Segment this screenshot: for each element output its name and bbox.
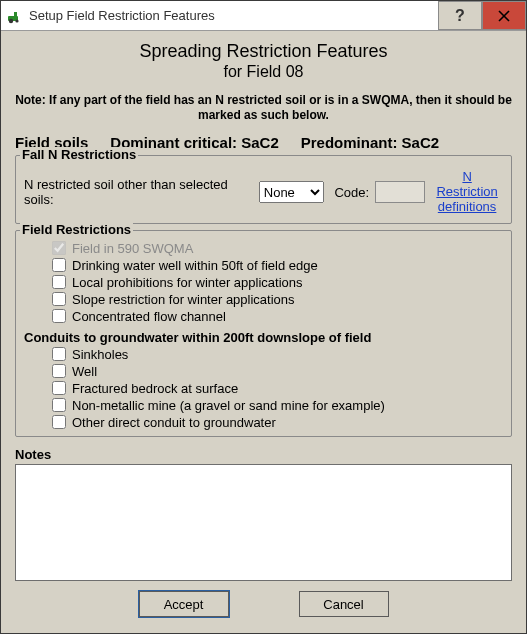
conduit-row: Well (52, 364, 503, 379)
conduit-label: Non-metallic mine (a gravel or sand mine… (72, 398, 385, 413)
accept-button[interactable]: Accept (139, 591, 229, 617)
field-restriction-checkbox (52, 241, 66, 255)
field-restriction-row: Field in 590 SWQMA (52, 241, 503, 256)
field-restrictions-group: Field Restrictions Field in 590 SWQMADri… (15, 230, 512, 437)
field-restriction-label: Concentrated flow channel (72, 309, 226, 324)
page-subtitle: for Field 08 (15, 63, 512, 81)
svg-rect-3 (14, 12, 17, 16)
note-text: Note: If any part of the field has an N … (15, 93, 512, 124)
window-title: Setup Field Restriction Features (29, 8, 438, 23)
field-restrictions-legend: Field Restrictions (20, 222, 133, 237)
conduits-subheading: Conduits to groundwater within 200ft dow… (24, 330, 503, 345)
field-restriction-checkbox[interactable] (52, 275, 66, 289)
conduit-row: Fractured bedrock at surface (52, 381, 503, 396)
field-restriction-checkbox[interactable] (52, 292, 66, 306)
conduit-checkbox[interactable] (52, 364, 66, 378)
conduit-label: Well (72, 364, 97, 379)
conduit-checkbox[interactable] (52, 415, 66, 429)
field-restriction-label: Slope restriction for winter application… (72, 292, 295, 307)
code-input (375, 181, 425, 203)
field-restriction-row: Slope restriction for winter application… (52, 292, 503, 307)
conduit-label: Fractured bedrock at surface (72, 381, 238, 396)
conduit-row: Sinkholes (52, 347, 503, 362)
field-restriction-checkbox[interactable] (52, 309, 66, 323)
conduit-checkbox[interactable] (52, 398, 66, 412)
close-button[interactable] (482, 1, 526, 30)
cancel-button[interactable]: Cancel (299, 591, 389, 617)
field-restriction-label: Drinking water well within 50ft of field… (72, 258, 318, 273)
conduit-label: Sinkholes (72, 347, 128, 362)
notes-label: Notes (15, 447, 512, 462)
field-restriction-row: Drinking water well within 50ft of field… (52, 258, 503, 273)
field-restriction-label: Field in 590 SWQMA (72, 241, 193, 256)
fall-n-restrictions-group: Fall N Restrictions N restricted soil ot… (15, 155, 512, 224)
titlebar: Setup Field Restriction Features ? (1, 1, 526, 31)
n-restriction-definitions-link[interactable]: N Restriction definitions (431, 170, 503, 215)
conduit-row: Non-metallic mine (a gravel or sand mine… (52, 398, 503, 413)
page-title: Spreading Restriction Features (15, 41, 512, 63)
notes-textarea[interactable] (15, 464, 512, 581)
conduit-row: Other direct conduit to groundwater (52, 415, 503, 430)
predominant-label: Predominant: SaC2 (301, 134, 439, 151)
svg-point-2 (15, 19, 18, 22)
n-restricted-select[interactable]: None (259, 181, 325, 203)
conduit-checkbox[interactable] (52, 381, 66, 395)
field-restriction-row: Local prohibitions for winter applicatio… (52, 275, 503, 290)
field-restriction-row: Concentrated flow channel (52, 309, 503, 324)
conduit-label: Other direct conduit to groundwater (72, 415, 276, 430)
button-row: Accept Cancel (15, 581, 512, 623)
field-restriction-label: Local prohibitions for winter applicatio… (72, 275, 303, 290)
help-button[interactable]: ? (438, 1, 482, 30)
code-label: Code: (334, 185, 369, 200)
app-icon (7, 8, 23, 24)
dialog-window: Setup Field Restriction Features ? Sprea… (0, 0, 527, 634)
svg-point-1 (9, 18, 13, 22)
conduit-checkbox[interactable] (52, 347, 66, 361)
field-restriction-checkbox[interactable] (52, 258, 66, 272)
n-restricted-label: N restricted soil other than selected so… (24, 177, 253, 207)
fall-n-legend: Fall N Restrictions (20, 147, 138, 162)
content-area: Spreading Restriction Features for Field… (1, 31, 526, 633)
